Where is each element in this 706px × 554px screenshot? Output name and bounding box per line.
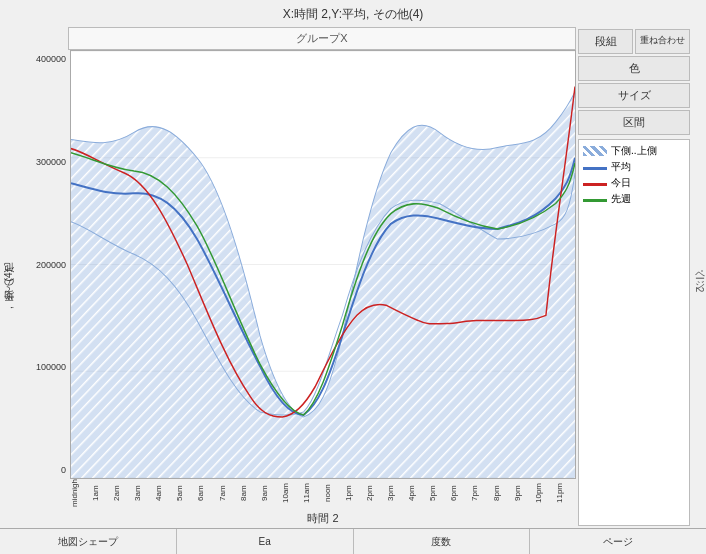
chart-plot-area[interactable] [70, 50, 576, 479]
legend-avg-label: 平均 [611, 160, 631, 174]
x-axis-labels: midnight 1am 2am 3am 4am 5am 6am 7am 8am… [70, 479, 576, 509]
legend-today-color [583, 183, 607, 186]
right-panel: 段組 重ね合わせ 色 サイズ 区間 下側..上側 平均 [576, 27, 706, 528]
right-buttons: 段組 重ね合わせ 色 サイズ 区間 下側..上側 平均 [576, 27, 692, 528]
bottom-map-shape[interactable]: 地図シェープ [0, 529, 177, 554]
chart-inner: 平均, その他(4) 400000 300000 200000 100000 0 [0, 50, 576, 528]
kasanawase-button[interactable]: 重ね合わせ [635, 29, 690, 54]
chart-section: グループX 平均, その他(4) 400000 300000 200000 10… [0, 27, 576, 528]
bottom-dosuu[interactable]: 度数 [354, 529, 531, 554]
legend-band-item: 下側..上側 [583, 144, 685, 158]
kukan-button[interactable]: 区間 [578, 110, 690, 135]
main-container: X:時間 2,Y:平均, その他(4) グループX 平均, その他(4) 400… [0, 0, 706, 554]
legend-avg-color [583, 167, 607, 170]
saizu-button[interactable]: サイズ [578, 83, 690, 108]
x-axis-container: midnight 1am 2am 3am 4am 5am 6am 7am 8am… [18, 479, 576, 509]
bottom-ea[interactable]: Ea [177, 529, 354, 554]
chart-svg [71, 51, 575, 478]
legend-area: 下側..上側 平均 今日 先週 [578, 139, 690, 526]
legend-avg-item: 平均 [583, 160, 685, 174]
bottom-bar: 地図シェープ Ea 度数 ページ [0, 528, 706, 554]
dankumi-button[interactable]: 段組 [578, 29, 633, 54]
iro-button[interactable]: 色 [578, 56, 690, 81]
top-buttons: 段組 重ね合わせ [578, 29, 690, 54]
legend-lastweek-item: 先週 [583, 192, 685, 206]
legend-today-item: 今日 [583, 176, 685, 190]
legend-lastweek-label: 先週 [611, 192, 631, 206]
x-axis-title: 時間 2 [18, 509, 576, 528]
bottom-page[interactable]: ページ [530, 529, 706, 554]
y-axis-ticks: 400000 300000 200000 100000 0 [18, 50, 70, 479]
legend-band-label: 下側..上側 [611, 144, 657, 158]
legend-band-color [583, 146, 607, 156]
right-vertical-label: ページ 2 [692, 27, 706, 528]
legend-lastweek-color [583, 199, 607, 202]
groupx-header: グループX [68, 27, 576, 50]
content-area: グループX 平均, その他(4) 400000 300000 200000 10… [0, 27, 706, 528]
chart-title: X:時間 2,Y:平均, その他(4) [0, 0, 706, 27]
legend-today-label: 今日 [611, 176, 631, 190]
y-axis-label: 平均, その他(4) [0, 50, 18, 528]
